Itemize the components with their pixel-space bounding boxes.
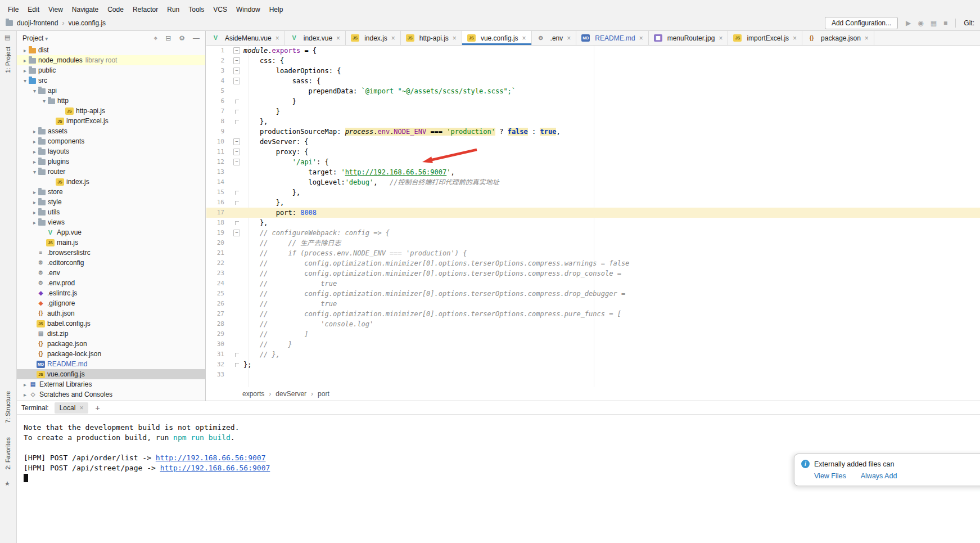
code-line-8[interactable]: 8 }, — [206, 116, 980, 127]
menu-run[interactable]: Run — [162, 5, 184, 15]
tree-item-index.js[interactable]: JSindex.js — [17, 177, 205, 187]
menu-window[interactable]: Window — [232, 5, 265, 15]
line-number[interactable]: 7 — [206, 106, 230, 116]
breadcrumb-devServer[interactable]: devServer — [276, 390, 306, 398]
code-text[interactable]: port: 8008 — [243, 208, 980, 218]
line-number[interactable]: 13 — [206, 167, 230, 177]
code-text[interactable] — [243, 370, 980, 380]
tree-item-README.md[interactable]: MDREADME.md — [17, 359, 205, 369]
code-line-6[interactable]: 6 } — [206, 96, 980, 106]
code-text[interactable]: // if (process.env.NODE_ENV === 'product… — [243, 248, 980, 258]
code-line-19[interactable]: 19 // configureWebpack: config => { — [206, 228, 980, 238]
line-number[interactable]: 24 — [206, 279, 230, 289]
tree-item-babel.config.js[interactable]: JSbabel.config.js — [17, 318, 205, 329]
code-line-4[interactable]: 4 sass: { — [206, 76, 980, 86]
chevron-down-icon[interactable]: ▾ — [21, 78, 29, 84]
chevron-right-icon[interactable]: ▸ — [31, 149, 38, 155]
fold-collapse-icon[interactable] — [230, 66, 243, 76]
line-number[interactable]: 14 — [206, 177, 230, 187]
close-icon[interactable] — [522, 34, 526, 42]
editor-tab-index.js[interactable]: JSindex.js — [346, 31, 401, 45]
tree-item-api[interactable]: ▾api — [17, 86, 205, 96]
code-text[interactable]: // ] — [243, 329, 980, 339]
chevron-down-icon[interactable]: ▾ — [40, 98, 48, 104]
code-line-22[interactable]: 22 // config.optimization.minimizer[0].o… — [206, 258, 980, 268]
line-number[interactable]: 27 — [206, 309, 230, 319]
line-number[interactable]: 8 — [206, 116, 230, 127]
code-line-17[interactable]: 17 port: 8008 — [206, 208, 980, 218]
code-line-31[interactable]: 31 // }, — [206, 349, 980, 360]
code-line-5[interactable]: 5 prependData: `@import "~@/assets/scss/… — [206, 86, 980, 96]
project-tool-icon[interactable]: ▤ — [4, 34, 10, 41]
chevron-right-icon[interactable]: ▸ — [31, 138, 38, 145]
code-line-30[interactable]: 30 // } — [206, 339, 980, 349]
tree-item-auth.json[interactable]: {}auth.json — [17, 308, 205, 318]
menu-help[interactable]: Help — [265, 5, 288, 15]
tree-item-vue.config.js[interactable]: JSvue.config.js — [17, 369, 205, 379]
line-number[interactable]: 12 — [206, 157, 230, 167]
editor-tab-menuRouter.jpg[interactable]: ▦menuRouter.jpg — [649, 31, 729, 45]
chevron-right-icon[interactable]: ▸ — [21, 68, 29, 74]
line-number[interactable]: 33 — [206, 370, 230, 380]
line-number[interactable]: 3 — [206, 66, 230, 76]
line-number[interactable]: 11 — [206, 147, 230, 157]
tree-item-.browserslistrc[interactable]: ≡.browserslistrc — [17, 248, 205, 258]
code-text[interactable]: // config.optimization.minimizer[0].opti… — [243, 268, 980, 279]
tree-item-dist[interactable]: ▸dist — [17, 45, 205, 55]
tree-item-App.vue[interactable]: VApp.vue — [17, 227, 205, 237]
code-text[interactable]: }; — [243, 360, 980, 370]
editor-tab-http-api.js[interactable]: JShttp-api.js — [401, 31, 462, 45]
code-line-7[interactable]: 7 } — [206, 106, 980, 116]
code-text[interactable]: sass: { — [243, 76, 980, 86]
code-text[interactable]: } — [243, 96, 980, 106]
hide-icon[interactable]: — — [193, 34, 200, 42]
code-text[interactable]: // 'console.log' — [243, 319, 980, 329]
breadcrumb-project[interactable]: duoji-frontend — [17, 19, 58, 27]
stop-icon[interactable]: ■ — [943, 20, 947, 26]
chevron-right-icon[interactable]: ▸ — [21, 47, 29, 53]
tree-item-.eslintrc.js[interactable]: ◆.eslintrc.js — [17, 288, 205, 298]
code-line-2[interactable]: 2 css: { — [206, 56, 980, 66]
tree-item-style[interactable]: ▸style — [17, 197, 205, 207]
breadcrumb-exports[interactable]: exports — [242, 390, 264, 398]
close-icon[interactable] — [567, 34, 571, 42]
code-line-18[interactable]: 18 }, — [206, 218, 980, 228]
code-text[interactable]: }, — [243, 116, 980, 127]
code-line-10[interactable]: 10 devServer: { — [206, 137, 980, 147]
chevron-right-icon[interactable]: ▸ — [21, 392, 29, 398]
line-number[interactable]: 9 — [206, 127, 230, 137]
tree-item-public[interactable]: ▸public — [17, 65, 205, 75]
tool-button-structure[interactable]: 7: Structure — [4, 391, 11, 423]
code-line-33[interactable]: 33 — [206, 370, 980, 380]
chevron-down-icon[interactable] — [45, 34, 48, 42]
line-number[interactable]: 30 — [206, 339, 230, 349]
fold-collapse-icon[interactable] — [230, 137, 243, 147]
code-text[interactable]: '/api': { — [243, 157, 980, 167]
code-text[interactable]: // config.optimization.minimizer[0].opti… — [243, 289, 980, 299]
code-text[interactable]: }, — [243, 218, 980, 228]
line-number[interactable]: 28 — [206, 319, 230, 329]
tree-item-node_modules[interactable]: ▸node_moduleslibrary root — [17, 55, 205, 65]
line-number[interactable]: 31 — [206, 349, 230, 360]
close-icon[interactable] — [793, 34, 797, 42]
breadcrumb-file[interactable]: vue.config.js — [68, 19, 106, 27]
fold-collapse-icon[interactable] — [230, 56, 243, 66]
code-text[interactable]: productionSourceMap: process.env.NODE_EN… — [243, 127, 980, 137]
code-line-1[interactable]: 1module.exports = { — [206, 46, 980, 56]
code-text[interactable]: proxy: { — [243, 147, 980, 157]
code-text[interactable]: // // 生产去除日志 — [243, 238, 980, 248]
line-number[interactable]: 6 — [206, 96, 230, 106]
add-configuration-button[interactable]: Add Configuration... — [825, 17, 898, 29]
line-number[interactable]: 15 — [206, 187, 230, 198]
menu-view[interactable]: View — [44, 5, 67, 15]
line-number[interactable]: 2 — [206, 56, 230, 66]
line-number[interactable]: 20 — [206, 238, 230, 248]
close-icon[interactable] — [391, 34, 395, 42]
code-text[interactable]: module.exports = { — [243, 46, 980, 56]
line-number[interactable]: 22 — [206, 258, 230, 268]
chevron-right-icon[interactable]: ▸ — [31, 199, 38, 205]
code-line-3[interactable]: 3 loaderOptions: { — [206, 66, 980, 76]
code-text[interactable]: prependData: `@import "~@/assets/scss/st… — [243, 86, 980, 96]
close-icon[interactable] — [865, 34, 869, 42]
tree-item-http-api.js[interactable]: JShttp-api.js — [17, 106, 205, 116]
